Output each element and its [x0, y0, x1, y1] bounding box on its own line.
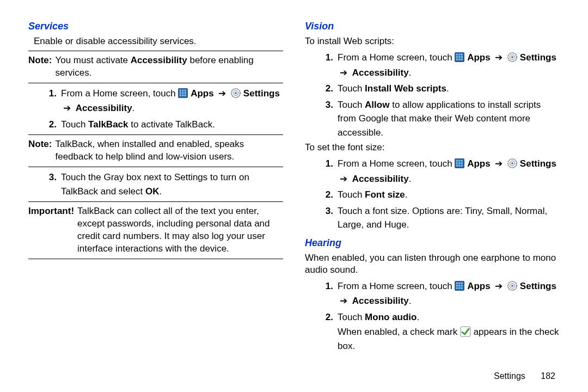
vision-step-2: 2. Touch Install Web scripts. — [305, 82, 560, 96]
note-label: Note: — [28, 138, 52, 163]
divider — [28, 134, 283, 135]
footer-section-label: Settings — [494, 371, 525, 381]
gear-icon — [231, 88, 241, 98]
divider — [28, 51, 283, 51]
hearing-intro: When enabled, you can listen through one… — [305, 252, 560, 276]
services-description: Enable or disable accessibility services… — [28, 35, 283, 47]
vision-intro: To install Web scripts: — [305, 35, 560, 47]
services-step-3: 3. Touch the Gray box next to Settings t… — [28, 170, 283, 198]
gear-icon — [507, 158, 517, 168]
divider — [28, 259, 283, 259]
left-column: Services Enable or disable accessibility… — [28, 21, 283, 355]
apps-icon — [455, 52, 464, 62]
page-number: 182 — [541, 371, 555, 381]
right-column: Vision To install Web scripts: 1. From a… — [305, 21, 560, 355]
vision-step-3: 3. Touch Allow to allow applications to … — [305, 98, 560, 140]
heading-vision: Vision — [305, 21, 560, 32]
divider — [28, 167, 283, 167]
checkmark-icon — [460, 326, 471, 337]
heading-services: Services — [28, 21, 283, 32]
note-talkback-feedback: Note: TalkBack, when installed and enabl… — [28, 138, 283, 163]
apps-icon — [455, 281, 464, 291]
important-talkback-privacy: Important! TalkBack can collect all of t… — [28, 205, 283, 255]
gear-icon — [507, 281, 517, 291]
hearing-step-1: 1. From a Home screen, touch Apps ➔ Sett… — [305, 279, 560, 308]
services-step-2: 2. Touch TalkBack to activate TalkBack. — [28, 118, 283, 132]
divider — [28, 83, 283, 83]
vision-step-1: 1. From a Home screen, touch Apps ➔ Sett… — [305, 51, 560, 79]
font-step-2: 2. Touch Font size. — [305, 188, 560, 202]
apps-icon — [455, 158, 464, 168]
page-footer: Settings 182 — [494, 371, 555, 381]
hearing-step-2: 2. Touch Mono audio. When enabled, a che… — [305, 310, 560, 353]
font-size-intro: To set the font size: — [305, 142, 560, 154]
font-step-3: 3. Touch a font size. Options are: Tiny,… — [305, 204, 560, 232]
note-label: Note: — [28, 54, 52, 79]
services-step-1: 1. From a Home screen, touch Apps ➔ Sett… — [28, 87, 283, 115]
heading-hearing: Hearing — [305, 237, 560, 249]
divider — [28, 201, 283, 202]
note-activate-accessibility: Note: You must activate Accessibility be… — [28, 54, 283, 79]
important-label: Important! — [28, 205, 74, 255]
font-step-1: 1. From a Home screen, touch Apps ➔ Sett… — [305, 157, 560, 186]
gear-icon — [507, 52, 517, 62]
apps-icon — [178, 88, 188, 98]
